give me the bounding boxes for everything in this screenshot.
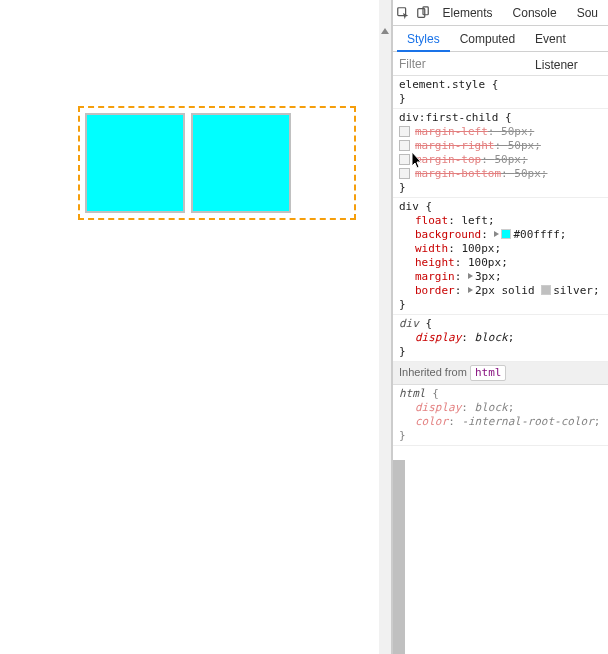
css-property[interactable]: background: [415, 228, 481, 241]
css-property[interactable]: margin-bottom: [415, 167, 501, 180]
viewport-scrollbar[interactable]: [379, 0, 391, 654]
tab-console[interactable]: Console: [503, 0, 567, 26]
css-property[interactable]: margin-top: [415, 153, 481, 166]
css-declaration[interactable]: display: block;: [399, 331, 602, 345]
css-selector[interactable]: div:first-child: [399, 111, 498, 124]
css-declaration[interactable]: display: block;: [399, 401, 602, 415]
property-toggle-checkbox[interactable]: [399, 168, 410, 179]
css-declaration[interactable]: width: 100px;: [399, 242, 602, 256]
property-toggle-checkbox[interactable]: [399, 154, 410, 165]
css-value[interactable]: block: [475, 401, 508, 414]
page-viewport: [0, 0, 392, 654]
css-value[interactable]: block: [475, 331, 508, 344]
inspect-element-icon[interactable]: [393, 0, 413, 26]
styles-scrollbar[interactable]: [393, 460, 405, 654]
tab-sources[interactable]: Sou: [567, 0, 608, 26]
expand-shorthand-icon[interactable]: [468, 287, 473, 293]
styles-subtabs: Styles Computed Event Listener: [393, 26, 608, 52]
css-property[interactable]: float: [415, 214, 448, 227]
devtools-tabs: Elements Console Sou: [433, 0, 608, 26]
css-selector[interactable]: html: [399, 387, 426, 400]
css-selector[interactable]: element.style: [399, 78, 485, 91]
css-selector[interactable]: div: [399, 200, 419, 213]
toggle-device-icon[interactable]: [413, 0, 433, 26]
css-rule[interactable]: div {float: left;background: #00ffff;wid…: [393, 198, 608, 315]
css-declaration[interactable]: background: #00ffff;: [399, 228, 602, 242]
svg-rect-1: [417, 8, 424, 17]
tab-elements[interactable]: Elements: [433, 0, 503, 26]
css-value[interactable]: 50px: [514, 167, 541, 180]
css-rule[interactable]: element.style {}: [393, 76, 608, 109]
styles-filter: [393, 52, 608, 76]
css-value[interactable]: 50px: [508, 139, 535, 152]
subtab-styles[interactable]: Styles: [397, 26, 450, 52]
css-value[interactable]: 50px: [501, 125, 528, 138]
css-declaration[interactable]: border: 2px solid silver;: [399, 284, 602, 298]
css-declaration[interactable]: color: -internal-root-color;: [399, 415, 602, 429]
css-declaration[interactable]: margin-bottom: 50px;: [399, 167, 602, 181]
css-selector[interactable]: div: [399, 317, 419, 330]
devtools-topbar: Elements Console Sou: [393, 0, 608, 26]
inherited-from-bar: Inherited from html: [393, 362, 608, 385]
styles-pane: element.style {}div:first-child {margin-…: [393, 76, 608, 654]
devtools-panel: Elements Console Sou Styles Computed Eve…: [392, 0, 608, 654]
css-declaration[interactable]: height: 100px;: [399, 256, 602, 270]
css-property[interactable]: display: [415, 331, 461, 344]
css-property[interactable]: display: [415, 401, 461, 414]
inherited-tag[interactable]: html: [470, 365, 507, 381]
css-rule[interactable]: div {display: block;}: [393, 315, 608, 362]
css-declaration[interactable]: float: left;: [399, 214, 602, 228]
css-value[interactable]: left: [461, 214, 488, 227]
inherited-label: Inherited from: [399, 366, 470, 378]
css-value[interactable]: 3px: [475, 270, 495, 283]
css-declaration[interactable]: margin: 3px;: [399, 270, 602, 284]
demo-box: [85, 113, 185, 213]
highlighted-element-outline: [78, 106, 356, 220]
css-declaration[interactable]: margin-top: 50px;: [399, 153, 602, 167]
css-value[interactable]: 100px: [468, 256, 501, 269]
css-property[interactable]: margin: [415, 270, 455, 283]
css-property[interactable]: height: [415, 256, 455, 269]
color-swatch-icon[interactable]: [541, 285, 551, 295]
css-rule[interactable]: div:first-child {margin-left: 50px;margi…: [393, 109, 608, 198]
css-property[interactable]: color: [415, 415, 448, 428]
css-declaration[interactable]: margin-left: 50px;: [399, 125, 602, 139]
color-swatch-icon[interactable]: [501, 229, 511, 239]
css-property[interactable]: margin-right: [415, 139, 494, 152]
scroll-up-arrow-icon[interactable]: [381, 28, 389, 34]
demo-box: [191, 113, 291, 213]
css-value[interactable]: -internal-root-color: [461, 415, 593, 428]
css-property[interactable]: width: [415, 242, 448, 255]
css-value[interactable]: 50px: [494, 153, 521, 166]
expand-shorthand-icon[interactable]: [494, 231, 499, 237]
css-property[interactable]: border: [415, 284, 455, 297]
expand-shorthand-icon[interactable]: [468, 273, 473, 279]
subtab-computed[interactable]: Computed: [450, 26, 525, 52]
css-rule[interactable]: html {display: block;color: -internal-ro…: [393, 385, 608, 446]
css-declaration[interactable]: margin-right: 50px;: [399, 139, 602, 153]
mouse-cursor-icon: [412, 152, 424, 170]
css-value[interactable]: 2px solid: [475, 284, 541, 297]
css-value[interactable]: #00ffff: [513, 228, 559, 241]
subtab-event-listeners[interactable]: Event Listener: [525, 26, 608, 52]
property-toggle-checkbox[interactable]: [399, 126, 410, 137]
property-toggle-checkbox[interactable]: [399, 140, 410, 151]
css-property[interactable]: margin-left: [415, 125, 488, 138]
styles-filter-input[interactable]: [393, 55, 608, 73]
css-value[interactable]: 100px: [461, 242, 494, 255]
